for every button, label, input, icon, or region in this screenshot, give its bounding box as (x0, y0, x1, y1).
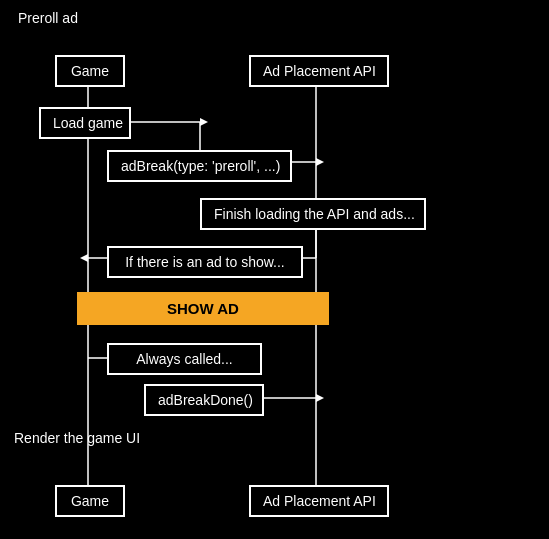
svg-marker-3 (200, 118, 208, 126)
show-ad-box: SHOW AD (77, 292, 329, 325)
ad-placement-api-box-bottom: Ad Placement API (249, 485, 389, 517)
render-game-ui-label: Render the game UI (14, 430, 140, 446)
load-game-box: Load game (39, 107, 131, 139)
finish-loading-box: Finish loading the API and ads... (200, 198, 426, 230)
game-box-top: Game (55, 55, 125, 87)
ad-placement-api-box-top: Ad Placement API (249, 55, 389, 87)
svg-marker-10 (80, 254, 88, 262)
svg-marker-6 (316, 158, 324, 166)
if-ad-box: If there is an ad to show... (107, 246, 303, 278)
adbreak-call-box: adBreak(type: 'preroll', ...) (107, 150, 292, 182)
preroll-ad-label: Preroll ad (18, 10, 78, 26)
always-called-box: Always called... (107, 343, 262, 375)
svg-marker-14 (316, 394, 324, 402)
game-box-bottom: Game (55, 485, 125, 517)
adbreak-done-box: adBreakDone() (144, 384, 264, 416)
